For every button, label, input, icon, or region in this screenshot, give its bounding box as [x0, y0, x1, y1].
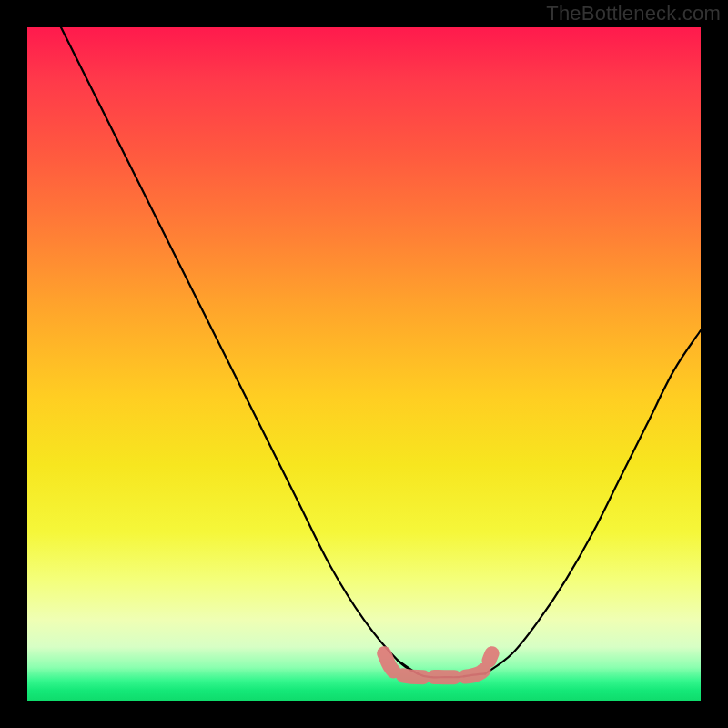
curves-svg	[27, 27, 701, 701]
chart-frame: TheBottleneck.com	[0, 0, 728, 728]
watermark-text: TheBottleneck.com	[546, 2, 721, 25]
plot-area	[27, 27, 701, 701]
left-branch-curve	[61, 27, 418, 673]
optimal-range-highlight	[384, 653, 491, 677]
right-branch-curve	[485, 330, 701, 673]
